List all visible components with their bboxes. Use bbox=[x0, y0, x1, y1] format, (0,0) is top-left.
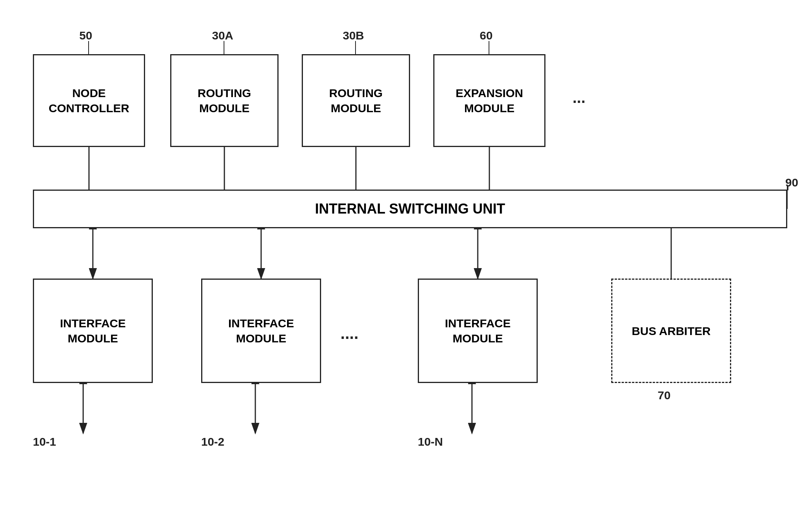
ellipsis-middle: .... bbox=[340, 324, 359, 343]
interface-module-n-box: INTERFACEMODULE bbox=[418, 279, 538, 383]
ref-label-10-1: 10-1 bbox=[33, 435, 56, 448]
ref-label-90: 90 bbox=[785, 176, 798, 189]
diagram-container: 50 30A 30B 60 NODE CONTROLLER ROUTING MO… bbox=[0, 0, 812, 513]
expansion-module-box: EXPANSION MODULE bbox=[433, 54, 545, 147]
ref-label-30b: 30B bbox=[343, 29, 364, 42]
routing-module-a-box: ROUTING MODULE bbox=[170, 54, 279, 147]
bus-arbiter-box: BUS ARBITER bbox=[611, 279, 731, 383]
interface-module-2-box: INTERFACEMODULE bbox=[201, 279, 321, 383]
ellipsis-top: ... bbox=[573, 89, 585, 106]
ref-label-30a: 30A bbox=[212, 29, 233, 42]
ref-label-50: 50 bbox=[79, 29, 92, 42]
ref-label-60: 60 bbox=[480, 29, 492, 42]
ref-label-70: 70 bbox=[658, 389, 670, 402]
ref-label-10-n: 10-N bbox=[418, 435, 443, 448]
interface-module-1-box: INTERFACEMODULE bbox=[33, 279, 153, 383]
internal-switching-unit: INTERNAL SWITCHING UNIT bbox=[33, 190, 787, 228]
node-controller-box: NODE CONTROLLER bbox=[33, 54, 145, 147]
routing-module-b-box: ROUTING MODULE bbox=[302, 54, 410, 147]
ref-label-10-2: 10-2 bbox=[201, 435, 224, 448]
